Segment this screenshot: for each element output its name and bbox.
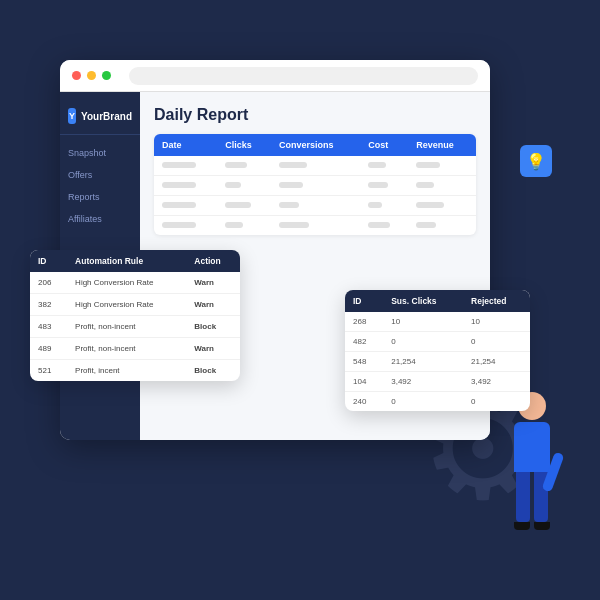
automation-id: 521: [30, 360, 67, 382]
sus-row: 48200: [345, 332, 530, 352]
sus-col-clicks: Sus. Clicks: [383, 290, 463, 312]
col-clicks: Clicks: [217, 134, 271, 156]
brand-icon: Y: [68, 108, 76, 124]
sus-rejected-value: 21,254: [463, 352, 530, 372]
automation-row: 483Profit, non-incentBlock: [30, 316, 240, 338]
sus-id: 548: [345, 352, 383, 372]
automation-action: Block: [186, 360, 240, 382]
person-shoe-right: [534, 522, 550, 530]
automation-id: 489: [30, 338, 67, 360]
sidebar-item-snapshot[interactable]: Snapshot: [60, 143, 140, 163]
automation-rule: High Conversion Rate: [67, 272, 186, 294]
person-legs: [516, 472, 548, 522]
automation-action: Block: [186, 316, 240, 338]
sus-id: 482: [345, 332, 383, 352]
sus-id: 240: [345, 392, 383, 412]
person-torso: [514, 422, 550, 472]
sus-row: 1043,4923,492: [345, 372, 530, 392]
automation-rule: Profit, non-incent: [67, 316, 186, 338]
col-cost: Cost: [360, 134, 408, 156]
auto-col-rule: Automation Rule: [67, 250, 186, 272]
table-row: [154, 216, 476, 236]
sus-row: 54821,25421,254: [345, 352, 530, 372]
sus-clicks-value: 10: [383, 312, 463, 332]
brand-row: Y YourBrand: [60, 104, 140, 135]
table-row: [154, 196, 476, 216]
col-conversions: Conversions: [271, 134, 360, 156]
sus-id: 104: [345, 372, 383, 392]
automation-row: 382High Conversion RateWarn: [30, 294, 240, 316]
automation-row: 521Profit, incentBlock: [30, 360, 240, 382]
dot-red: [72, 71, 81, 80]
auto-col-id: ID: [30, 250, 67, 272]
automation-id: 206: [30, 272, 67, 294]
dot-yellow: [87, 71, 96, 80]
person-shoe-left: [514, 522, 530, 530]
automation-action: Warn: [186, 272, 240, 294]
page-title: Daily Report: [154, 106, 476, 124]
sidebar-item-offers[interactable]: Offers: [60, 165, 140, 185]
col-revenue: Revenue: [408, 134, 476, 156]
automation-rule: Profit, non-incent: [67, 338, 186, 360]
sus-row: 24000: [345, 392, 530, 412]
sus-clicks-card: ID Sus. Clicks Rejected 2681010482005482…: [345, 290, 530, 411]
sus-clicks-value: 0: [383, 392, 463, 412]
col-date: Date: [154, 134, 217, 156]
automation-row: 206High Conversion RateWarn: [30, 272, 240, 294]
sus-col-id: ID: [345, 290, 383, 312]
sus-clicks-value: 21,254: [383, 352, 463, 372]
sus-clicks-value: 3,492: [383, 372, 463, 392]
hint-bubble: 💡: [520, 145, 552, 177]
automation-action: Warn: [186, 294, 240, 316]
automation-id: 483: [30, 316, 67, 338]
sus-id: 268: [345, 312, 383, 332]
brand-name: YourBrand: [81, 111, 132, 122]
sus-row: 2681010: [345, 312, 530, 332]
sus-col-rejected: Rejected: [463, 290, 530, 312]
table-row: [154, 176, 476, 196]
sus-table: ID Sus. Clicks Rejected 2681010482005482…: [345, 290, 530, 411]
automation-rule: High Conversion Rate: [67, 294, 186, 316]
automation-id: 382: [30, 294, 67, 316]
person-shoes: [514, 522, 550, 530]
report-table: Date Clicks Conversions Cost Revenue: [154, 134, 476, 235]
automation-rule: Profit, incent: [67, 360, 186, 382]
automation-table: ID Automation Rule Action 206High Conver…: [30, 250, 240, 381]
sus-rejected-value: 10: [463, 312, 530, 332]
dot-green: [102, 71, 111, 80]
table-row: [154, 156, 476, 176]
sus-rejected-value: 0: [463, 332, 530, 352]
scene: ⚙ Y YourBrand Snapshot Offers Reports Af…: [20, 40, 580, 560]
automation-card: ID Automation Rule Action 206High Conver…: [30, 250, 240, 381]
browser-titlebar: [60, 60, 490, 92]
sus-rejected-value: 0: [463, 392, 530, 412]
auto-col-action: Action: [186, 250, 240, 272]
sus-clicks-value: 0: [383, 332, 463, 352]
sidebar-item-reports[interactable]: Reports: [60, 187, 140, 207]
lightbulb-icon: 💡: [526, 152, 546, 171]
url-bar: [129, 67, 478, 85]
automation-row: 489Profit, non-incentWarn: [30, 338, 240, 360]
sidebar-item-affiliates[interactable]: Affiliates: [60, 209, 140, 229]
person-leg-left: [516, 472, 530, 522]
sus-rejected-value: 3,492: [463, 372, 530, 392]
person-illustration: [514, 392, 550, 530]
automation-action: Warn: [186, 338, 240, 360]
